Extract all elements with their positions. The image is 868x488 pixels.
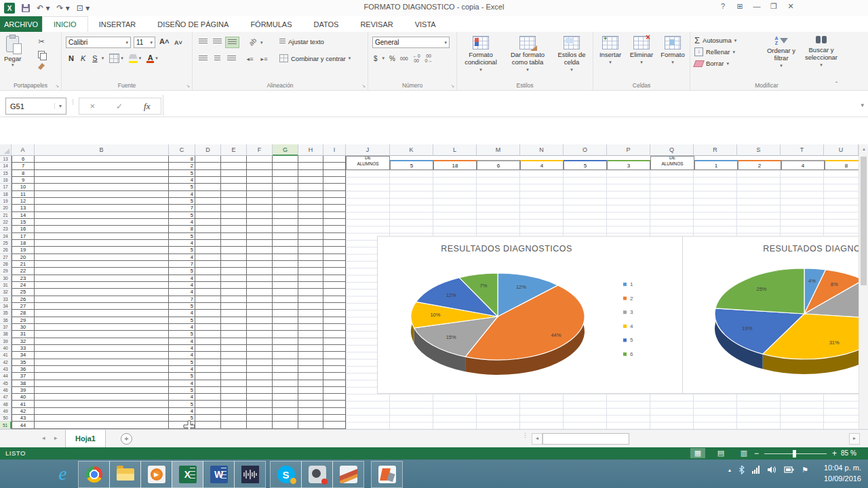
grid-cell[interactable]: [35, 261, 169, 267]
grid-cell[interactable]: [298, 394, 323, 400]
column-header-A[interactable]: A: [12, 144, 35, 156]
row-header-30[interactable]: 30: [0, 275, 12, 282]
grid-cell[interactable]: [247, 177, 273, 183]
grid-cell[interactable]: [221, 212, 247, 218]
format-as-table-button[interactable]: Dar formato como tabla▾: [506, 36, 549, 73]
grid-cell[interactable]: [195, 415, 221, 421]
chevron-up-icon[interactable]: ▴: [728, 467, 731, 473]
font-color-dropdown-icon[interactable]: ▾: [155, 56, 158, 61]
grid-cell[interactable]: [195, 268, 221, 274]
alumnos-header-cell[interactable]: DEALUMNOS: [346, 156, 390, 170]
grid-cell[interactable]: [273, 380, 298, 386]
grid-cell[interactable]: [273, 317, 298, 323]
grid-cell[interactable]: [323, 380, 346, 386]
sheet-tab-hoja1[interactable]: Hoja1: [65, 430, 106, 449]
grid-cell[interactable]: [323, 261, 346, 267]
grid-cell[interactable]: [247, 289, 273, 295]
grid-cell[interactable]: [323, 408, 346, 414]
grid-cell[interactable]: [221, 366, 247, 372]
grid-cell[interactable]: [323, 289, 346, 295]
grid-cell[interactable]: [298, 380, 323, 386]
merge-dropdown-icon[interactable]: ▾: [349, 56, 351, 61]
align-top-icon[interactable]: [197, 37, 210, 47]
tab-revisar[interactable]: REVISAR: [349, 16, 403, 32]
grid-cell[interactable]: [273, 247, 298, 253]
grid-cell[interactable]: [247, 310, 273, 316]
grid-cell[interactable]: [273, 254, 298, 260]
grid-cell[interactable]: 12: [12, 198, 35, 204]
grid-cell[interactable]: [195, 205, 221, 211]
grid-cell[interactable]: [35, 401, 169, 407]
grid-cell[interactable]: [298, 289, 323, 295]
vertical-scroll-thumb[interactable]: [861, 157, 867, 285]
grid-cell[interactable]: 42: [12, 408, 35, 414]
taskbar-app-media-player-classic[interactable]: ▶: [140, 461, 172, 488]
grid-cell[interactable]: [35, 275, 169, 281]
name-box-dropdown-icon[interactable]: ▾: [54, 103, 66, 109]
row-header-14[interactable]: 14: [0, 163, 12, 169]
grid-cell[interactable]: [35, 254, 169, 260]
alumnos-value-cell[interactable]: 6: [477, 160, 520, 170]
zoom-out-icon[interactable]: −: [754, 449, 759, 458]
grid-cell[interactable]: [195, 184, 221, 190]
ribbon-display-options-icon[interactable]: ⊞: [734, 2, 745, 11]
dialog-launcher-icon[interactable]: ↘: [55, 83, 59, 89]
taskbar-app-skype[interactable]: S: [270, 461, 302, 488]
sort-filter-button[interactable]: AZ Ordenar y filtrar▾: [764, 36, 799, 69]
grid-cell[interactable]: [273, 352, 298, 358]
orientation-icon[interactable]: ab: [246, 37, 259, 47]
grid-cell[interactable]: [323, 184, 346, 190]
grid-cell[interactable]: [35, 282, 169, 288]
grid-cell[interactable]: [298, 282, 323, 288]
column-header-J[interactable]: J: [346, 144, 390, 156]
grid-cell[interactable]: [323, 394, 346, 400]
grid-cell[interactable]: [247, 331, 273, 337]
grid-cell[interactable]: 5: [169, 170, 195, 176]
grid-cell[interactable]: [195, 177, 221, 183]
grid-cell[interactable]: [247, 401, 273, 407]
page-break-view-icon[interactable]: ▥: [736, 448, 751, 458]
column-header-L[interactable]: L: [433, 144, 477, 156]
grid-cell[interactable]: 4: [169, 282, 195, 288]
row-header-18[interactable]: 18: [0, 191, 12, 198]
align-right-icon[interactable]: [225, 54, 238, 64]
grid-cell[interactable]: [35, 198, 169, 204]
percent-style-icon[interactable]: %: [389, 55, 395, 62]
row-header-46[interactable]: 46: [0, 387, 12, 394]
borders-icon[interactable]: [109, 54, 119, 63]
row-header-33[interactable]: 33: [0, 296, 12, 303]
grid-cell[interactable]: 35: [12, 359, 35, 365]
grid-cell[interactable]: [221, 310, 247, 316]
grid-cell[interactable]: [247, 394, 273, 400]
grid-cell[interactable]: [247, 296, 273, 302]
cell-styles-button[interactable]: Estilos de celda▾: [553, 36, 590, 73]
fill-button[interactable]: ↓ Rellenar▾: [694, 46, 736, 58]
font-size-select[interactable]: 11▾: [134, 37, 155, 48]
row-header-28[interactable]: 28: [0, 261, 12, 268]
grid-cell[interactable]: 28: [12, 310, 35, 316]
align-center-icon[interactable]: [211, 54, 224, 64]
restore-icon[interactable]: ❐: [768, 2, 779, 11]
column-header-B[interactable]: B: [35, 144, 169, 156]
grid-cell[interactable]: [195, 282, 221, 288]
column-header-R[interactable]: R: [694, 144, 737, 156]
grid-cell[interactable]: [247, 366, 273, 372]
grid-cell[interactable]: [195, 191, 221, 197]
tab-archivo[interactable]: ARCHIVO: [0, 16, 42, 32]
grid-cell[interactable]: [298, 359, 323, 365]
grid-cell[interactable]: 4: [169, 219, 195, 225]
grid-cell[interactable]: [323, 331, 346, 337]
insert-cells-button[interactable]: Insertar▾: [596, 36, 625, 66]
grid-cell[interactable]: 4: [169, 310, 195, 316]
row-header-29[interactable]: 29: [0, 268, 12, 274]
grid-cell[interactable]: [298, 170, 323, 176]
grid-cell[interactable]: 5: [169, 247, 195, 253]
currency-icon[interactable]: $: [374, 55, 378, 62]
grid-cell[interactable]: 4: [169, 380, 195, 386]
taskbar-app-word[interactable]: W: [203, 461, 235, 488]
close-icon[interactable]: ✕: [785, 2, 796, 11]
grid-cell[interactable]: [247, 373, 273, 379]
grid-cell[interactable]: [221, 268, 247, 274]
grid-cell[interactable]: [273, 296, 298, 302]
formula-bar-splitter[interactable]: ⋮: [70, 100, 76, 104]
